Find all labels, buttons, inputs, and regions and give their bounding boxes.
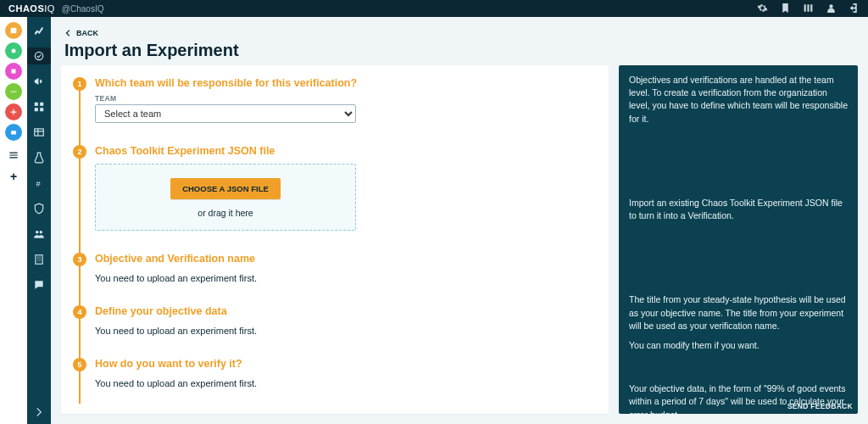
side-nav: # xyxy=(27,17,51,424)
nav-table[interactable] xyxy=(27,124,51,141)
help-text-1: Objectives and verifications are handled… xyxy=(629,74,848,126)
brand-suffix: IQ xyxy=(44,3,55,14)
team-select[interactable]: Select a team xyxy=(95,104,356,123)
svg-point-1 xyxy=(12,49,16,53)
help-text-2: Import an existing Chaos Toolkit Experim… xyxy=(629,197,848,222)
help-step-2: Import an existing Chaos Toolkit Experim… xyxy=(629,197,848,229)
send-feedback-button[interactable]: SEND FEEDBACK xyxy=(787,402,853,410)
nav-tag[interactable]: # xyxy=(27,175,51,192)
step-5-title: How do you want to verify it? xyxy=(95,358,593,370)
gear-icon[interactable] xyxy=(757,3,768,15)
back-label: BACK xyxy=(76,29,98,37)
step-number-1: 1 xyxy=(73,77,86,91)
top-bar: CHAOSIQ @ChaosIQ xyxy=(0,0,868,17)
step-5: 5 How do you want to verify it? You need… xyxy=(73,358,593,388)
file-dropzone[interactable]: CHOOSE A JSON FILE or drag it here xyxy=(95,164,356,231)
page-header: BACK Import an Experiment xyxy=(51,17,868,65)
help-text-3b: You can modify them if you want. xyxy=(629,339,848,352)
help-text-3a: The title from your steady-state hypothe… xyxy=(629,293,848,332)
org-dot-2[interactable] xyxy=(5,42,22,59)
nav-broadcast[interactable] xyxy=(27,73,51,90)
svg-point-4 xyxy=(35,52,42,59)
step-4-title: Define your objective data xyxy=(95,305,593,317)
list-icon[interactable] xyxy=(8,149,19,161)
org-dot-6[interactable] xyxy=(5,124,22,141)
svg-rect-3 xyxy=(11,131,16,134)
step-2-title: Chaos Toolkit Experiment JSON file xyxy=(95,145,593,157)
step-number-3: 3 xyxy=(73,253,86,266)
nav-team[interactable] xyxy=(27,226,51,243)
help-step-1: Objectives and verifications are handled… xyxy=(629,72,848,132)
org-dot-1[interactable] xyxy=(5,22,22,39)
svg-rect-7 xyxy=(35,108,38,111)
main-area: BACK Import an Experiment 1 Which team w… xyxy=(51,17,868,424)
library-icon[interactable] xyxy=(803,3,814,15)
help-column: Objectives and verifications are handled… xyxy=(619,65,858,414)
nav-building[interactable] xyxy=(27,251,51,268)
nav-experiment[interactable] xyxy=(27,149,51,166)
step-4-placeholder: You need to upload an experiment first. xyxy=(95,326,593,336)
org-rail: + xyxy=(0,17,27,424)
form-card: 1 Which team will be responsible for thi… xyxy=(61,65,609,414)
org-dot-5[interactable] xyxy=(5,103,22,120)
avatar-icon[interactable] xyxy=(826,3,837,15)
bookmark-icon[interactable] xyxy=(780,3,791,15)
svg-point-11 xyxy=(36,231,39,234)
nav-dashboard[interactable] xyxy=(27,98,51,115)
step-1-title: Which team will be responsible for this … xyxy=(95,77,593,89)
nav-verifications[interactable] xyxy=(27,47,51,64)
step-2: 2 Chaos Toolkit Experiment JSON file CHO… xyxy=(73,145,593,231)
step-1: 1 Which team will be responsible for thi… xyxy=(73,77,593,123)
svg-rect-9 xyxy=(35,129,44,136)
topbar-actions xyxy=(757,3,860,15)
step-3: 3 Objective and Verification name You ne… xyxy=(73,253,593,283)
step-number-2: 2 xyxy=(73,145,86,159)
step-number-4: 4 xyxy=(73,305,86,319)
org-dot-4[interactable] xyxy=(5,83,22,100)
svg-rect-0 xyxy=(11,28,17,34)
help-step-3: The title from your steady-state hypothe… xyxy=(629,293,848,359)
step-number-5: 5 xyxy=(73,358,86,371)
nav-shield[interactable] xyxy=(27,200,51,217)
org-label[interactable]: @ChaosIQ xyxy=(62,4,104,14)
team-field-label: TEAM xyxy=(95,94,593,103)
brand-logo[interactable]: CHAOSIQ xyxy=(8,3,55,14)
back-link[interactable]: BACK xyxy=(64,29,98,37)
arrow-left-icon xyxy=(64,29,73,37)
svg-point-12 xyxy=(40,231,43,234)
logout-icon[interactable] xyxy=(849,3,860,15)
step-3-placeholder: You need to upload an experiment first. xyxy=(95,273,593,283)
svg-rect-2 xyxy=(12,70,16,74)
svg-text:#: # xyxy=(36,180,42,188)
svg-rect-5 xyxy=(35,103,38,106)
svg-rect-13 xyxy=(36,255,42,265)
step-4: 4 Define your objective data You need to… xyxy=(73,305,593,336)
step-5-placeholder: You need to upload an experiment first. xyxy=(95,378,593,388)
nav-insights[interactable] xyxy=(27,22,51,39)
brand-prefix: CHAOS xyxy=(8,3,44,14)
nav-chat[interactable] xyxy=(27,276,51,293)
drag-hint: or drag it here xyxy=(106,208,345,218)
svg-rect-6 xyxy=(40,103,43,106)
choose-file-button[interactable]: CHOOSE A JSON FILE xyxy=(170,178,281,199)
add-org-button[interactable]: + xyxy=(10,170,17,183)
nav-expand[interactable] xyxy=(27,404,51,421)
step-timeline xyxy=(79,86,81,404)
step-3-title: Objective and Verification name xyxy=(95,253,593,265)
page-title: Import an Experiment xyxy=(64,41,854,60)
svg-rect-8 xyxy=(40,108,43,111)
org-dot-3[interactable] xyxy=(5,63,22,80)
